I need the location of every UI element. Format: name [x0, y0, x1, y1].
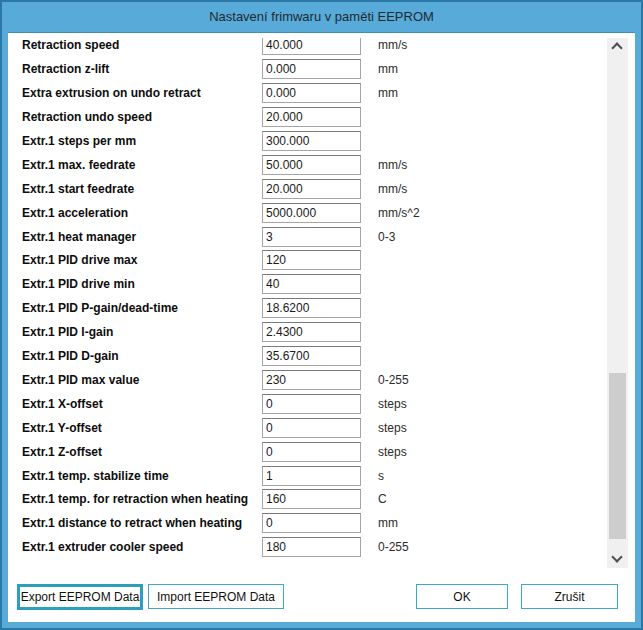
setting-row: Extr.1 PID max value 0-255 — [8, 368, 607, 392]
setting-unit: steps — [378, 416, 407, 440]
setting-value-input[interactable] — [262, 131, 361, 151]
setting-label: Retraction z-lift — [22, 57, 109, 81]
dialog-title: Nastavení frimwaru v paměti EEPROM — [209, 9, 434, 24]
setting-value-input[interactable] — [262, 322, 361, 342]
setting-row: Extr.1 temp. for retraction when heating… — [8, 487, 607, 511]
setting-value-input[interactable] — [262, 250, 361, 270]
setting-unit: C — [378, 487, 387, 511]
setting-value-input[interactable] — [262, 203, 361, 223]
setting-label: Extr.1 heat manager — [22, 225, 136, 249]
chevron-up-icon — [611, 42, 622, 53]
setting-unit: steps — [378, 392, 407, 416]
setting-value-input[interactable] — [262, 59, 361, 79]
cancel-button[interactable]: Zrušit — [521, 584, 618, 609]
setting-label: Extr.1 temp. stabilize time — [22, 464, 169, 488]
setting-label: Extra extrusion on undo retract — [22, 81, 201, 105]
setting-row: Retraction undo speed — [8, 105, 607, 129]
setting-unit: steps — [378, 440, 407, 464]
vertical-scrollbar[interactable] — [607, 38, 628, 568]
setting-value-input[interactable] — [262, 83, 361, 103]
setting-label: Extr.1 Z-offset — [22, 440, 102, 464]
setting-label: Extr.1 Y-offset — [22, 416, 102, 440]
setting-value-input[interactable] — [262, 370, 361, 390]
scroll-up-button[interactable] — [607, 38, 628, 55]
chevron-down-icon — [611, 551, 622, 562]
setting-row: Retraction speed mm/s — [8, 38, 607, 57]
setting-row: Extr.1 Y-offset steps — [8, 416, 607, 440]
setting-row: Extr.1 PID P-gain/dead-time — [8, 296, 607, 320]
setting-row: Extr.1 PID D-gain — [8, 344, 607, 368]
setting-value-input[interactable] — [262, 513, 361, 533]
setting-value-input[interactable] — [262, 155, 361, 175]
scrollbar-thumb[interactable] — [609, 373, 626, 539]
setting-unit: s — [378, 464, 384, 488]
setting-value-input[interactable] — [262, 418, 361, 438]
setting-label: Extr.1 extruder cooler speed — [22, 535, 183, 559]
setting-row: Extr.1 Z-offset steps — [8, 440, 607, 464]
setting-label: Retraction undo speed — [22, 105, 152, 129]
setting-row: Extr.1 temp. stabilize time s — [8, 464, 607, 488]
setting-label: Extr.1 PID max value — [22, 368, 139, 392]
setting-label: Extr.1 max. feedrate — [22, 153, 135, 177]
setting-value-input[interactable] — [262, 394, 361, 414]
setting-label: Extr.1 steps per mm — [22, 129, 136, 153]
setting-value-input[interactable] — [262, 489, 361, 509]
setting-label: Retraction speed — [22, 38, 119, 57]
setting-row: Extr.1 PID I-gain — [8, 320, 607, 344]
dialog-body: Retraction speed mm/s Retraction z-lift … — [8, 32, 635, 622]
scroll-down-button[interactable] — [607, 551, 628, 568]
setting-value-input[interactable] — [262, 227, 361, 247]
setting-unit: mm/s^2 — [378, 201, 420, 225]
setting-unit: mm/s — [378, 153, 407, 177]
setting-row: Retraction z-lift mm — [8, 57, 607, 81]
setting-row: Extr.1 max. feedrate mm/s — [8, 153, 607, 177]
setting-label: Extr.1 PID I-gain — [22, 320, 113, 344]
setting-value-input[interactable] — [262, 38, 361, 55]
setting-value-input[interactable] — [262, 346, 361, 366]
eeprom-settings-dialog: Nastavení frimwaru v paměti EEPROM Retra… — [0, 0, 643, 630]
setting-unit: 0-3 — [378, 225, 395, 249]
setting-unit: mm/s — [378, 38, 407, 57]
setting-row: Extr.1 X-offset steps — [8, 392, 607, 416]
setting-value-input[interactable] — [262, 298, 361, 318]
setting-row: Extr.1 extruder cooler speed 0-255 — [8, 535, 607, 559]
setting-value-input[interactable] — [262, 537, 361, 557]
setting-row: Extr.1 distance to retract when heating … — [8, 511, 607, 535]
setting-unit: mm — [378, 57, 398, 81]
setting-row: Extr.1 heat manager 0-3 — [8, 225, 607, 249]
setting-label: Extr.1 PID P-gain/dead-time — [22, 296, 178, 320]
setting-row: Extr.1 PID drive max — [8, 248, 607, 272]
setting-unit: mm/s — [378, 177, 407, 201]
setting-label: Extr.1 temp. for retraction when heating — [22, 487, 248, 511]
export-eeprom-button[interactable]: Export EEPROM Data — [17, 584, 143, 610]
setting-row: Extr.1 acceleration mm/s^2 — [8, 201, 607, 225]
setting-unit: 0-255 — [378, 368, 409, 392]
setting-value-input[interactable] — [262, 466, 361, 486]
ok-button[interactable]: OK — [416, 584, 508, 609]
setting-label: Extr.1 PID D-gain — [22, 344, 119, 368]
setting-label: Extr.1 PID drive max — [22, 248, 137, 272]
setting-unit: mm — [378, 81, 398, 105]
setting-row: Extr.1 PID drive min — [8, 272, 607, 296]
setting-row: Extra extrusion on undo retract mm — [8, 81, 607, 105]
setting-label: Extr.1 PID drive min — [22, 272, 135, 296]
setting-label: Extr.1 X-offset — [22, 392, 103, 416]
titlebar[interactable]: Nastavení frimwaru v paměti EEPROM — [2, 2, 641, 32]
setting-value-input[interactable] — [262, 107, 361, 127]
import-eeprom-button[interactable]: Import EEPROM Data — [148, 584, 284, 609]
setting-label: Extr.1 distance to retract when heating — [22, 511, 242, 535]
setting-unit: 0-255 — [378, 535, 409, 559]
settings-scroll-panel: Retraction speed mm/s Retraction z-lift … — [8, 38, 628, 568]
setting-unit: mm — [378, 511, 398, 535]
setting-row: Extr.1 steps per mm — [8, 129, 607, 153]
setting-label: Extr.1 start feedrate — [22, 177, 134, 201]
setting-row: Extr.1 start feedrate mm/s — [8, 177, 607, 201]
setting-value-input[interactable] — [262, 274, 361, 294]
setting-value-input[interactable] — [262, 442, 361, 462]
setting-value-input[interactable] — [262, 179, 361, 199]
setting-label: Extr.1 acceleration — [22, 201, 128, 225]
